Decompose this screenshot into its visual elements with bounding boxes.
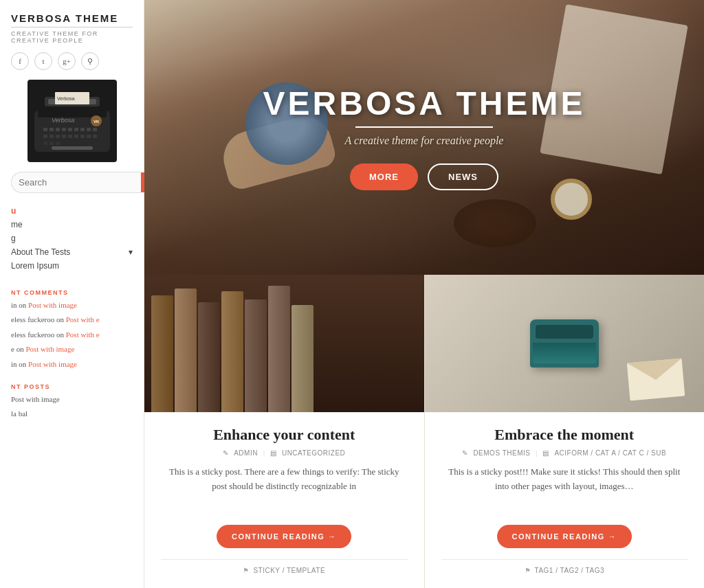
svg-rect-25 [50, 142, 54, 145]
posts-grid: Enhance your content ✎ ADMIN | ▤ UNCATEG… [144, 275, 704, 588]
sidebar-nav-item-2[interactable]: me [11, 218, 133, 231]
comment-link[interactable]: Post with image [28, 301, 77, 309]
post-card-1: Enhance your content ✎ ADMIN | ▤ UNCATEG… [144, 275, 425, 588]
post-author-2: DEMOS THEMIS [473, 449, 530, 457]
post-category-1: UNCATEGORIZED [282, 449, 345, 457]
hero-news-button[interactable]: NEWS [428, 163, 498, 190]
link-icon[interactable]: ⚲ [81, 52, 99, 70]
book-4 [221, 291, 243, 412]
tag-icon-2: ⚑ [525, 567, 531, 574]
svg-rect-26 [56, 142, 60, 145]
comment-item: eless fuckeroo on Post with e [11, 330, 133, 340]
post-author-1: ADMIN [234, 449, 258, 457]
svg-rect-11 [74, 128, 78, 131]
recent-post-item[interactable]: la bal [11, 409, 133, 419]
comment-link[interactable]: Post with e [66, 315, 100, 324]
svg-rect-19 [68, 135, 72, 138]
post-image-2 [425, 275, 705, 412]
facebook-icon[interactable]: f [11, 52, 29, 70]
recent-posts-list: Post with image la bal [11, 394, 133, 424]
category-icon-2: ▤ [542, 449, 549, 457]
svg-rect-20 [74, 135, 78, 138]
continue-reading-button-1[interactable]: CONTINUE READING → [217, 525, 351, 548]
post-image-1 [144, 275, 424, 412]
mini-typewriter [530, 319, 599, 368]
book-1 [151, 295, 173, 412]
hero-section: VERBOSA THEME A creative theme for creat… [144, 0, 704, 275]
comment-item: in on Post with image [11, 300, 133, 310]
site-logo: Verbosa Verbosa [28, 80, 117, 162]
post-card-2: Embrace the moment ✎ DEMOS THEMIS | ▤ AC… [425, 275, 705, 588]
meta-divider-2: | [536, 449, 537, 457]
social-icons-row: f t g+ ⚲ [11, 52, 133, 70]
post-excerpt-1: This is a sticky post. There are a few t… [161, 465, 408, 512]
site-subtitle: CREATIVE THEME FOR CREATIVE PEOPLE [11, 30, 133, 44]
recent-posts-label: NT POSTS [11, 383, 133, 390]
sidebar-nav-item-about-label: About The Tests [11, 247, 70, 257]
recent-comments-label: NT COMMENTS [11, 289, 133, 296]
site-title: VERBOSA THEME [11, 12, 133, 27]
recent-post-item[interactable]: Post with image [11, 394, 133, 405]
post-tag-text-2: TAG1 / TAG2 / TAG3 [535, 567, 604, 574]
svg-rect-18 [62, 135, 66, 138]
comment-link[interactable]: Post with image [28, 360, 77, 368]
main-content: VERBOSA THEME A creative theme for creat… [144, 0, 704, 588]
tag-icon: ⚑ [243, 567, 249, 574]
google-plus-icon[interactable]: g+ [58, 52, 76, 70]
book-2 [175, 289, 197, 412]
envelope-decoration [627, 359, 685, 401]
hero-title-underline [355, 126, 493, 128]
svg-rect-17 [56, 135, 60, 138]
svg-rect-23 [93, 135, 97, 138]
svg-rect-15 [43, 135, 47, 138]
svg-rect-12 [80, 128, 85, 131]
comment-link[interactable]: Post with e [66, 330, 100, 339]
svg-rect-21 [80, 135, 85, 138]
post-excerpt-2: This is a sticky post!!! Make sure it st… [441, 465, 688, 512]
svg-rect-14 [93, 128, 97, 131]
sidebar-nav-item-about[interactable]: About The Tests ▾ [11, 245, 133, 259]
hero-buttons: MORE NEWS [263, 163, 586, 190]
post-body-1: Enhance your content ✎ ADMIN | ▤ UNCATEG… [144, 412, 424, 588]
svg-rect-16 [50, 135, 54, 138]
recent-comments-list: in on Post with image eless fuckeroo on … [11, 300, 133, 374]
svg-rect-7 [50, 128, 54, 131]
svg-rect-8 [56, 128, 60, 131]
book-7 [292, 305, 314, 412]
comment-link[interactable]: Post with image [25, 345, 74, 353]
hero-title: VERBOSA THEME [263, 84, 586, 122]
post-title-2: Embrace the moment [441, 426, 688, 444]
svg-rect-22 [87, 135, 91, 138]
sidebar-nav-item-lorem[interactable]: Lorem Ipsum [11, 259, 133, 273]
book-3 [198, 302, 220, 412]
post-tag-text-1: STICKY / TEMPLATE [253, 567, 325, 574]
hero-more-button[interactable]: MORE [350, 163, 418, 190]
svg-rect-13 [87, 128, 91, 131]
category-icon: ▤ [270, 449, 276, 457]
svg-rect-6 [43, 128, 47, 131]
comment-item: in on Post with image [11, 359, 133, 370]
post-category-2: ACIFORM / CAT A / CAT C / SUB [554, 449, 666, 457]
svg-rect-9 [62, 128, 66, 131]
typewriter-image [425, 275, 705, 412]
hero-bowl-decoration [454, 199, 536, 247]
post-meta-2: ✎ DEMOS THEMIS | ▤ ACIFORM / CAT A / CAT… [441, 449, 688, 457]
comment-item: eless fuckeroo on Post with e [11, 315, 133, 325]
author-icon: ✎ [223, 449, 228, 457]
search-input[interactable] [11, 172, 141, 193]
svg-text:Verbosa: Verbosa [52, 117, 74, 124]
sidebar: VERBOSA THEME CREATIVE THEME FOR CREATIV… [0, 0, 144, 588]
twitter-icon[interactable]: t [34, 52, 52, 70]
continue-reading-button-2[interactable]: CONTINUE READING → [497, 525, 632, 548]
svg-text:Verbosa: Verbosa [57, 96, 75, 101]
chevron-down-icon: ▾ [129, 247, 133, 257]
svg-rect-10 [68, 128, 72, 131]
author-icon-2: ✎ [462, 449, 468, 457]
post-meta-1: ✎ ADMIN | ▤ UNCATEGORIZED [161, 449, 408, 457]
sidebar-nav-item-1[interactable]: u [11, 204, 133, 218]
hero-subtitle: A creative theme for creative people [263, 135, 586, 147]
svg-text:VK: VK [94, 120, 100, 124]
post-title-1: Enhance your content [161, 426, 408, 444]
post-tags-2: ⚑ TAG1 / TAG2 / TAG3 [441, 559, 688, 574]
sidebar-nav-item-3[interactable]: g [11, 231, 133, 245]
